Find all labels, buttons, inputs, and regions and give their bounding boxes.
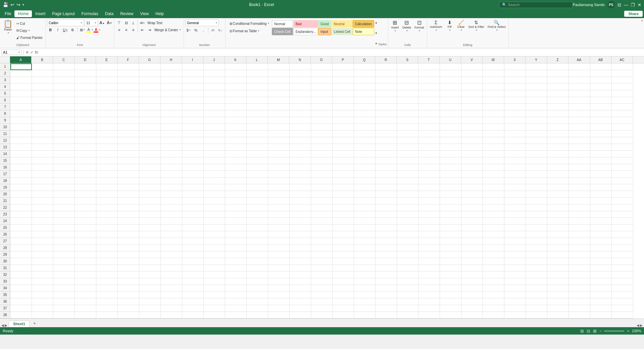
cell-A17[interactable] bbox=[10, 171, 32, 178]
sort-filter-button[interactable]: ⇅ Sort & Filter ▾ bbox=[467, 19, 486, 32]
cell-E7[interactable] bbox=[96, 104, 118, 110]
cell-C2[interactable] bbox=[53, 70, 75, 77]
cell-T23[interactable] bbox=[418, 211, 440, 218]
cell-A6[interactable] bbox=[10, 97, 32, 104]
cell-E4[interactable] bbox=[96, 84, 118, 90]
cell-N21[interactable] bbox=[290, 198, 311, 204]
cell-U15[interactable] bbox=[440, 157, 461, 164]
style-check-cell-button[interactable]: Check Cell bbox=[272, 28, 293, 35]
row-header-18[interactable]: 18 bbox=[0, 178, 10, 184]
cell-M28[interactable] bbox=[268, 245, 290, 251]
cell-A2[interactable] bbox=[10, 70, 32, 77]
cell-O29[interactable] bbox=[311, 251, 333, 258]
cell-AB33[interactable] bbox=[590, 278, 612, 285]
corner-cell[interactable] bbox=[0, 56, 10, 63]
cell-C29[interactable] bbox=[53, 251, 75, 258]
cell-R25[interactable] bbox=[376, 225, 397, 231]
scroll-left-button[interactable]: ◀ bbox=[637, 323, 639, 327]
cell-J4[interactable] bbox=[204, 84, 225, 90]
increase-font-size-button[interactable]: A▲ bbox=[99, 19, 105, 26]
cell-K21[interactable] bbox=[225, 198, 247, 204]
cell-X14[interactable] bbox=[504, 151, 526, 157]
cell-P29[interactable] bbox=[333, 251, 354, 258]
cell-E28[interactable] bbox=[96, 245, 118, 251]
cell-AA32[interactable] bbox=[569, 271, 590, 278]
cell-P23[interactable] bbox=[333, 211, 354, 218]
cell-B21[interactable] bbox=[32, 198, 53, 204]
cell-Q34[interactable] bbox=[354, 285, 376, 292]
cell-F27[interactable] bbox=[118, 238, 139, 245]
cell-K15[interactable] bbox=[225, 157, 247, 164]
cell-T37[interactable] bbox=[418, 305, 440, 312]
cell-F13[interactable] bbox=[118, 144, 139, 151]
cell-M6[interactable] bbox=[268, 97, 290, 104]
cell-S15[interactable] bbox=[397, 157, 418, 164]
cell-I18[interactable] bbox=[182, 178, 204, 184]
cell-A36[interactable] bbox=[10, 298, 32, 305]
cell-P22[interactable] bbox=[333, 204, 354, 211]
cell-F5[interactable] bbox=[118, 90, 139, 97]
cell-K3[interactable] bbox=[225, 77, 247, 84]
cell-G5[interactable] bbox=[139, 90, 161, 97]
scroll-right-button[interactable]: ▶ bbox=[640, 323, 643, 327]
cell-A28[interactable] bbox=[10, 245, 32, 251]
cell-Z1[interactable] bbox=[547, 63, 569, 70]
cell-P6[interactable] bbox=[333, 97, 354, 104]
cell-I22[interactable] bbox=[182, 204, 204, 211]
row-header-16[interactable]: 16 bbox=[0, 164, 10, 171]
cell-R16[interactable] bbox=[376, 164, 397, 171]
cancel-formula-button[interactable]: ✕ bbox=[26, 50, 29, 55]
cell-AC12[interactable] bbox=[612, 137, 633, 144]
cell-AB12[interactable] bbox=[590, 137, 612, 144]
row-header-28[interactable]: 28 bbox=[0, 245, 10, 251]
cell-Y9[interactable] bbox=[526, 117, 547, 124]
cell-E8[interactable] bbox=[96, 110, 118, 117]
col-header-Z[interactable]: Z bbox=[547, 56, 568, 63]
cell-A26[interactable] bbox=[10, 231, 32, 238]
cell-C23[interactable] bbox=[53, 211, 75, 218]
cell-J33[interactable] bbox=[204, 278, 225, 285]
cell-N17[interactable] bbox=[290, 171, 311, 178]
cell-E18[interactable] bbox=[96, 178, 118, 184]
cell-V20[interactable] bbox=[461, 191, 483, 198]
cell-S13[interactable] bbox=[397, 144, 418, 151]
cell-D7[interactable] bbox=[75, 104, 96, 110]
cell-H8[interactable] bbox=[161, 110, 182, 117]
cell-D8[interactable] bbox=[75, 110, 96, 117]
cell-L37[interactable] bbox=[247, 305, 268, 312]
cell-T27[interactable] bbox=[418, 238, 440, 245]
col-header-C[interactable]: C bbox=[53, 56, 75, 63]
cell-L5[interactable] bbox=[247, 90, 268, 97]
cell-Z16[interactable] bbox=[547, 164, 569, 171]
cell-E1[interactable] bbox=[96, 63, 118, 70]
cell-D24[interactable] bbox=[75, 218, 96, 225]
cell-R32[interactable] bbox=[376, 271, 397, 278]
cell-L11[interactable] bbox=[247, 131, 268, 137]
conditional-formatting-button[interactable]: ⊞ Conditional Formatting ▾ bbox=[228, 20, 271, 27]
cell-S6[interactable] bbox=[397, 97, 418, 104]
styles-more[interactable]: ▼ bbox=[375, 42, 378, 45]
cell-J19[interactable] bbox=[204, 184, 225, 191]
cell-G33[interactable] bbox=[139, 278, 161, 285]
cell-Y38[interactable] bbox=[526, 312, 547, 318]
cell-E14[interactable] bbox=[96, 151, 118, 157]
ribbon-collapse-button[interactable]: ∧ bbox=[641, 19, 643, 22]
cell-L17[interactable] bbox=[247, 171, 268, 178]
cell-D17[interactable] bbox=[75, 171, 96, 178]
cell-AC18[interactable] bbox=[612, 178, 633, 184]
cell-R34[interactable] bbox=[376, 285, 397, 292]
cell-V22[interactable] bbox=[461, 204, 483, 211]
cell-J11[interactable] bbox=[204, 131, 225, 137]
cell-L12[interactable] bbox=[247, 137, 268, 144]
cell-J16[interactable] bbox=[204, 164, 225, 171]
cell-S30[interactable] bbox=[397, 258, 418, 265]
cell-H7[interactable] bbox=[161, 104, 182, 110]
cell-C1[interactable] bbox=[53, 63, 75, 70]
cell-V21[interactable] bbox=[461, 198, 483, 204]
menu-view[interactable]: View bbox=[137, 10, 152, 17]
cell-L32[interactable] bbox=[247, 271, 268, 278]
cell-E5[interactable] bbox=[96, 90, 118, 97]
cell-W14[interactable] bbox=[483, 151, 504, 157]
cell-A13[interactable] bbox=[10, 144, 32, 151]
cell-H1[interactable] bbox=[161, 63, 182, 70]
